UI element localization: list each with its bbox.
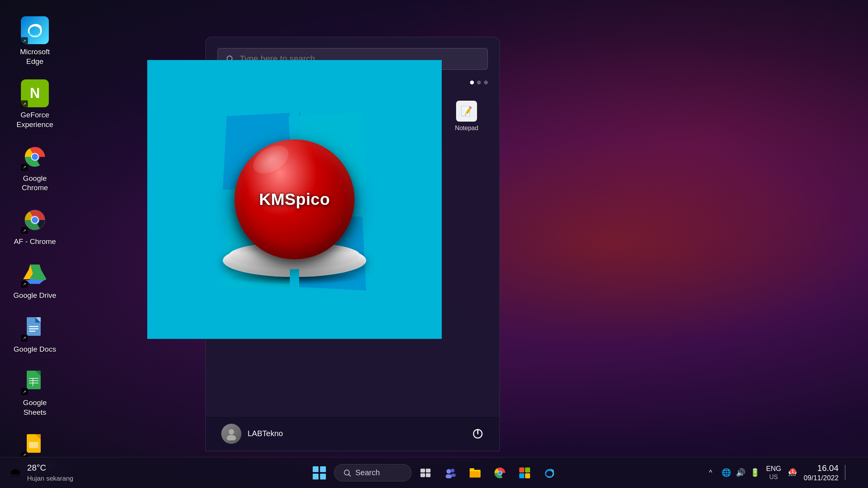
pinned-label-notepad: Notepad [455,125,479,132]
taskbar-file-explorer[interactable] [464,462,486,484]
shortcut-arrow: ↗ [21,164,28,171]
taskbar-start-button[interactable] [308,461,331,485]
kmspico-overlay: KMSpico [147,60,442,339]
svg-rect-44 [320,466,326,472]
svg-rect-62 [519,467,524,473]
taskbar-teams[interactable] [439,462,461,484]
svg-point-40 [227,435,236,440]
svg-point-3 [32,154,38,160]
svg-rect-43 [313,466,319,472]
svg-rect-64 [519,473,524,478]
svg-line-48 [349,474,351,476]
svg-marker-17 [26,280,44,284]
pinned-icon-notepad: 📝 [456,101,477,122]
kmspico-label: KMSpico [259,190,330,209]
taskbar-search-icon [343,469,351,477]
dome-highlight [248,140,294,179]
taskbar-search-label: Search [355,468,380,477]
pinned-nav [470,81,488,84]
desktop-icon-label-gdocs: Google Docs [14,345,56,354]
svg-rect-65 [525,473,530,478]
desktop-icon-label-af-chrome: AF - Chrome [14,237,56,247]
svg-rect-51 [420,473,425,477]
svg-point-61 [498,471,502,474]
taskbar-task-view[interactable] [415,462,436,484]
taskbar-chrome[interactable] [489,462,511,484]
svg-point-53 [446,469,451,474]
taskbar-center: Search [308,461,560,485]
clock-date: 09/11/2022 [804,474,839,483]
user-avatar [221,424,241,444]
pinned-item-notepad[interactable]: 📝 Notepad [445,95,488,137]
shortcut-arrow: ↗ [21,100,28,107]
weather-icon: 🌧 [9,466,22,480]
start-menu-bottom: LABTekno [206,416,499,451]
user-name: LABTekno [248,429,283,438]
svg-rect-52 [426,473,431,477]
desktop-icon-gdocs[interactable]: ↗ Google Docs [8,309,62,359]
shortcut-arrow: ↗ [21,281,28,288]
svg-rect-49 [420,469,425,473]
power-button[interactable] [468,424,488,444]
svg-rect-63 [525,467,530,473]
taskbar: 🌧 28°C Hujan sekarang Search [0,457,868,488]
taskbar-right: ^ 🌐 🔊 🔋 ENG US 🌧 1 16.04 09/11/2022 [706,463,868,483]
weather-condition: Hujan sekarang [27,474,73,483]
desktop-icon-geforce[interactable]: N ↗ GeForce Experience [8,75,62,134]
taskbar-edge[interactable] [539,462,560,484]
svg-rect-45 [313,474,319,479]
svg-point-54 [451,469,455,473]
pinned-dot-2[interactable] [477,81,481,84]
svg-point-7 [32,217,38,223]
desktop-icon-microsoft-edge[interactable]: ↗ Microsoft Edge [8,12,62,71]
svg-point-39 [229,429,234,435]
desktop-icon-label-geforce: GeForce Experience [11,110,59,129]
svg-rect-55 [446,474,452,478]
svg-rect-35 [29,442,38,448]
weather-widget[interactable]: 28°C Hujan sekarang [27,462,73,483]
desktop-icon-gsheets[interactable]: ↗ Google Sheets [8,363,62,422]
desktop-icon-label-edge: Microsoft Edge [11,47,59,66]
taskbar-search-button[interactable]: Search [334,464,412,481]
tray-expand-button[interactable]: ^ [706,466,715,480]
shortcut-arrow: ↗ [21,227,28,234]
desktop-icon-label-gdrive: Google Drive [14,291,57,301]
pinned-dot-1[interactable] [470,81,474,84]
shortcut-arrow: ↗ [21,388,28,395]
clock-time: 16.04 [804,463,839,474]
user-profile[interactable]: LABTekno [217,420,287,448]
network-icon[interactable]: 🌐 [722,468,731,477]
shortcut-arrow: ↗ [21,335,28,342]
svg-rect-46 [320,474,326,479]
language-indicator[interactable]: ENG US [766,465,781,481]
battery-icon[interactable]: 🔋 [750,468,760,477]
notification-badge: 1 [790,468,796,474]
desktop-icon-chrome[interactable]: ↗ Google Chrome [8,138,62,198]
volume-icon[interactable]: 🔊 [736,468,746,477]
notification-area[interactable]: 🌧 1 [787,467,797,479]
desktop-icon-gdrive[interactable]: ↗ Google Drive [8,255,62,305]
show-desktop-button[interactable] [845,463,856,482]
desktop-icon-af-chrome[interactable]: ↗ AF - Chrome [8,201,62,251]
system-tray: 🌐 🔊 🔋 [722,468,760,477]
desktop-icon-area: ↗ Microsoft Edge N ↗ GeForce Experience … [0,0,70,457]
desktop-icon-label-gsheets: Google Sheets [11,398,59,417]
locale-label: US [766,473,781,481]
kmspico-button[interactable]: KMSpico [213,118,376,281]
clock-area[interactable]: 16.04 09/11/2022 [804,463,839,483]
weather-temp: 28°C [27,462,46,474]
kmspico-red-dome[interactable]: KMSpico [234,139,355,259]
kmspico-button-container[interactable]: KMSpico [147,60,442,339]
shortcut-arrow: ↗ [21,37,28,44]
language-label: ENG [766,465,781,473]
pinned-dot-3[interactable] [484,81,488,84]
svg-rect-58 [470,468,474,471]
edge-icon-svg [25,20,45,40]
svg-rect-50 [426,469,431,473]
svg-rect-56 [451,474,456,477]
taskbar-store[interactable] [514,462,536,484]
desktop-icon-label-chrome: Google Chrome [11,174,59,193]
